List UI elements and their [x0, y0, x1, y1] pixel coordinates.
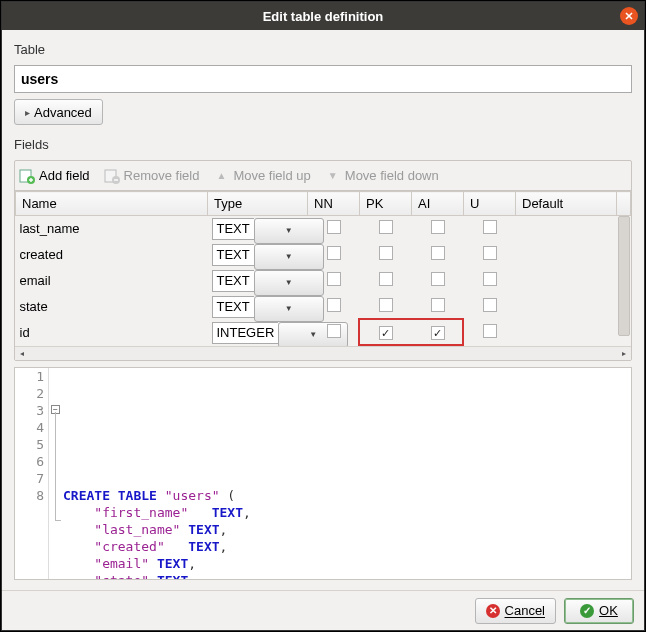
horizontal-scrollbar[interactable]: ◂ ▸	[15, 346, 631, 360]
line-number: 5	[15, 436, 48, 453]
col-header-default[interactable]: Default	[516, 192, 617, 216]
code-line[interactable]: "first_name" TEXT,	[63, 504, 629, 521]
type-value: TEXT	[212, 296, 254, 318]
line-number: 6	[15, 453, 48, 470]
u-checkbox[interactable]	[483, 246, 497, 260]
ai-checkbox[interactable]: ✓	[431, 326, 445, 340]
dropdown-icon[interactable]: ▼	[254, 270, 324, 296]
nn-checkbox[interactable]	[327, 298, 341, 312]
table-row[interactable]: state TEXT ▼	[16, 294, 631, 320]
pk-checkbox[interactable]	[379, 246, 393, 260]
type-select[interactable]: TEXT ▼	[212, 270, 306, 292]
cell-name[interactable]: created	[16, 242, 208, 268]
scroll-right-icon[interactable]: ▸	[617, 347, 631, 359]
move-up-button: ▲ Move field up	[213, 168, 310, 184]
remove-field-label: Remove field	[124, 168, 200, 183]
nn-checkbox[interactable]	[327, 246, 341, 260]
col-header-ai[interactable]: AI	[412, 192, 464, 216]
table-name-input[interactable]	[14, 65, 632, 93]
advanced-label: Advanced	[34, 105, 92, 120]
ok-button[interactable]: ✓ OK	[564, 598, 634, 624]
add-field-button[interactable]: Add field	[19, 168, 90, 184]
code-line[interactable]: CREATE TABLE "users" (	[63, 487, 629, 504]
line-number: 3	[15, 402, 48, 419]
ai-checkbox[interactable]	[431, 246, 445, 260]
nn-checkbox[interactable]	[327, 220, 341, 234]
col-header-nn[interactable]: NN	[308, 192, 360, 216]
type-value: INTEGER	[212, 322, 279, 344]
titlebar: Edit table definition	[2, 2, 644, 30]
scroll-left-icon[interactable]: ◂	[15, 347, 29, 359]
col-header-u[interactable]: U	[464, 192, 516, 216]
col-header-pk[interactable]: PK	[360, 192, 412, 216]
cancel-icon: ✕	[486, 604, 500, 618]
window-title: Edit table definition	[263, 9, 384, 24]
type-value: TEXT	[212, 218, 254, 240]
cell-default[interactable]	[516, 216, 617, 242]
code-line[interactable]: "email" TEXT,	[63, 555, 629, 572]
table-label: Table	[14, 42, 632, 57]
pk-checkbox[interactable]	[379, 220, 393, 234]
dialog-buttons: ✕ Cancel ✓ OK	[2, 590, 644, 630]
arrow-down-icon: ▼	[325, 168, 341, 184]
line-gutter: 12345678	[15, 368, 49, 580]
sql-code[interactable]: − CREATE TABLE "users" ( "first_name" TE…	[63, 402, 629, 581]
type-select[interactable]: TEXT ▼	[212, 296, 306, 318]
code-line[interactable]: "last_name" TEXT,	[63, 521, 629, 538]
vertical-scrollbar[interactable]	[618, 216, 630, 336]
advanced-button[interactable]: ▸ Advanced	[14, 99, 103, 125]
cell-name[interactable]: state	[16, 294, 208, 320]
dropdown-icon[interactable]: ▼	[254, 218, 324, 244]
table-row[interactable]: created TEXT ▼	[16, 242, 631, 268]
table-row[interactable]: id INTEGER ▼ ✓ ✓	[16, 320, 631, 346]
col-header-type[interactable]: Type	[208, 192, 308, 216]
line-number: 8	[15, 487, 48, 504]
cell-name[interactable]: last_name	[16, 216, 208, 242]
dropdown-icon[interactable]: ▼	[254, 296, 324, 322]
type-value: TEXT	[212, 244, 254, 266]
ai-checkbox[interactable]	[431, 298, 445, 312]
type-select[interactable]: TEXT ▼	[212, 218, 306, 240]
grid-header-row: Name Type NN PK AI U Default	[16, 192, 631, 216]
type-select[interactable]: TEXT ▼	[212, 244, 306, 266]
u-checkbox[interactable]	[483, 324, 497, 338]
code-line[interactable]: "created" TEXT,	[63, 538, 629, 555]
add-field-icon	[19, 168, 35, 184]
pk-checkbox[interactable]	[379, 298, 393, 312]
ok-icon: ✓	[580, 604, 594, 618]
cell-name[interactable]: id	[16, 320, 208, 346]
close-button[interactable]	[620, 7, 638, 25]
fold-line	[55, 412, 56, 520]
add-field-label: Add field	[39, 168, 90, 183]
pk-checkbox[interactable]: ✓	[379, 326, 393, 340]
type-select[interactable]: INTEGER ▼	[212, 322, 306, 344]
sql-editor[interactable]: 12345678 − CREATE TABLE "users" ( "first…	[14, 367, 632, 581]
nn-checkbox[interactable]	[327, 324, 341, 338]
u-checkbox[interactable]	[483, 220, 497, 234]
cell-default[interactable]	[516, 320, 617, 346]
line-number: 7	[15, 470, 48, 487]
line-number: 4	[15, 419, 48, 436]
ai-checkbox[interactable]	[431, 272, 445, 286]
cell-default[interactable]	[516, 242, 617, 268]
cell-name[interactable]: email	[16, 268, 208, 294]
remove-field-icon	[104, 168, 120, 184]
ok-label: OK	[599, 603, 618, 618]
remove-field-button: Remove field	[104, 168, 200, 184]
col-header-name[interactable]: Name	[16, 192, 208, 216]
close-icon	[624, 11, 634, 21]
ai-checkbox[interactable]	[431, 220, 445, 234]
cell-type: TEXT ▼	[208, 242, 308, 268]
u-checkbox[interactable]	[483, 272, 497, 286]
cell-default[interactable]	[516, 268, 617, 294]
dropdown-icon[interactable]: ▼	[254, 244, 324, 270]
nn-checkbox[interactable]	[327, 272, 341, 286]
cancel-button[interactable]: ✕ Cancel	[475, 598, 556, 624]
u-checkbox[interactable]	[483, 298, 497, 312]
table-row[interactable]: last_name TEXT ▼	[16, 216, 631, 242]
cell-type: TEXT ▼	[208, 268, 308, 294]
table-row[interactable]: email TEXT ▼	[16, 268, 631, 294]
pk-checkbox[interactable]	[379, 272, 393, 286]
code-line[interactable]: "state" TEXT,	[63, 572, 629, 581]
cell-default[interactable]	[516, 294, 617, 320]
